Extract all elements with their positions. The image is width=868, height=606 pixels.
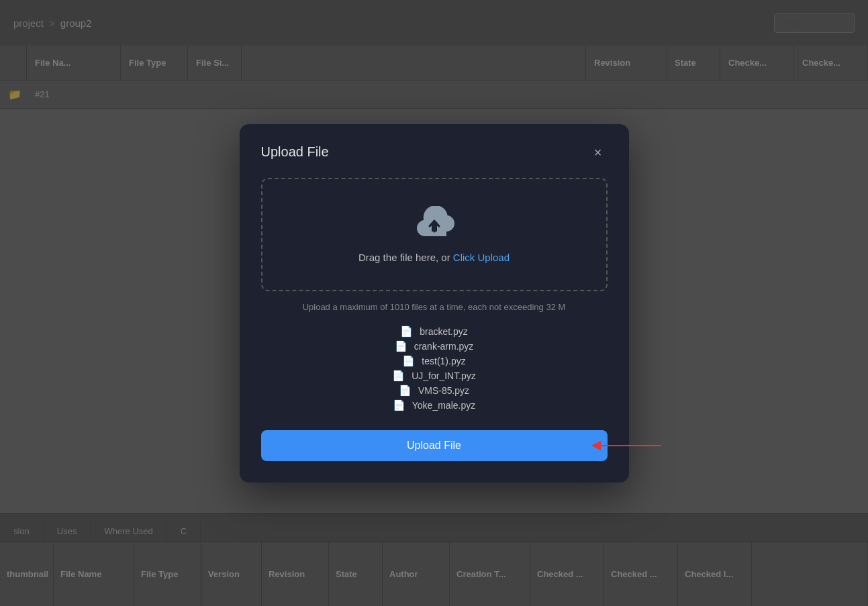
file-doc-icon-4: 📄: [392, 370, 405, 382]
cloud-upload-icon: [413, 206, 456, 241]
upload-file-button[interactable]: Upload File: [261, 430, 608, 461]
drop-text-label: Drag the file here, or: [358, 252, 453, 263]
arrow-line: [601, 445, 661, 446]
modal-title: Upload File: [261, 144, 329, 160]
upload-limit-text: Upload a maximum of 1010 files at a time…: [261, 302, 608, 312]
modal-close-button[interactable]: ×: [589, 143, 608, 162]
file-item-6: 📄 Yoke_male.pyz: [261, 399, 608, 411]
upload-button-wrap: Upload File: [261, 430, 608, 461]
file-doc-icon-1: 📄: [400, 325, 413, 338]
file-item-2: 📄 crank-arm.pyz: [261, 340, 608, 352]
file-name-1: bracket.pyz: [420, 326, 468, 337]
arrow-annotation: [591, 441, 661, 450]
file-name-2: crank-arm.pyz: [414, 341, 474, 352]
file-name-6: Yoke_male.pyz: [412, 400, 475, 411]
modal-overlay: Upload File × Drag the file here, or Cli…: [0, 0, 868, 606]
drop-zone[interactable]: Drag the file here, or Click Upload: [261, 178, 608, 291]
click-upload-link[interactable]: Click Upload: [453, 252, 510, 263]
file-doc-icon-5: 📄: [399, 385, 412, 397]
file-item-4: 📄 UJ_for_INT.pyz: [261, 370, 608, 382]
file-doc-icon-2: 📄: [395, 340, 407, 352]
file-item-5: 📄 VMS-85.pyz: [261, 385, 608, 397]
modal-header: Upload File ×: [261, 143, 608, 162]
file-doc-icon-3: 📄: [402, 355, 415, 367]
file-item-1: 📄 bracket.pyz: [261, 325, 608, 338]
file-item-3: 📄 test(1).pyz: [261, 355, 608, 367]
arrow-head: [591, 441, 601, 450]
file-name-5: VMS-85.pyz: [418, 385, 469, 396]
upload-file-modal: Upload File × Drag the file here, or Cli…: [240, 124, 629, 483]
file-name-3: test(1).pyz: [422, 356, 465, 366]
drop-text: Drag the file here, or Click Upload: [358, 252, 510, 263]
file-name-4: UJ_for_INT.pyz: [412, 370, 476, 381]
file-list: 📄 bracket.pyz 📄 crank-arm.pyz 📄 test(1).…: [261, 325, 608, 411]
file-doc-icon-6: 📄: [393, 399, 405, 411]
